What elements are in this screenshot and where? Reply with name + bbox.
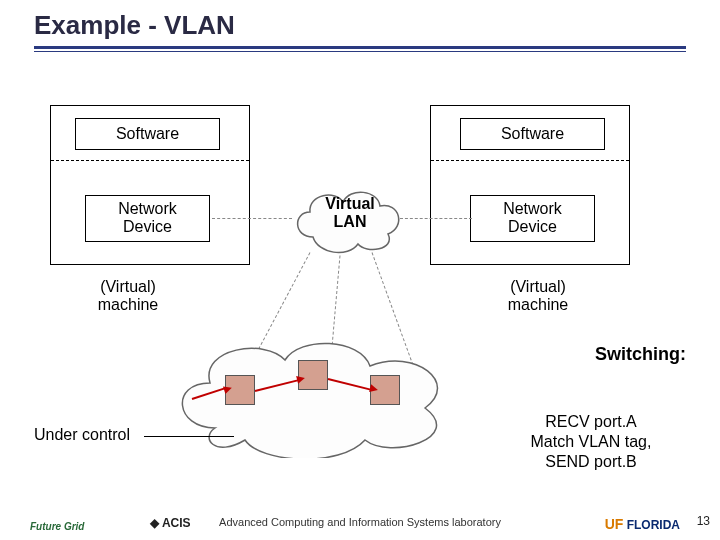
under-control-label: Under control	[34, 426, 130, 444]
acis-logo-text: ACIS	[162, 516, 191, 530]
vlan-cloud-label: Virtual LAN	[300, 195, 400, 232]
divider	[51, 160, 249, 161]
switching-body: RECV port.A Match VLAN tag, SEND port.B	[496, 412, 686, 472]
future-grid-logo: Future Grid	[30, 521, 84, 532]
page-number: 13	[697, 514, 710, 528]
left-network-device-box: Network Device	[85, 195, 210, 242]
uf-name: FLORIDA	[627, 518, 680, 532]
left-software-box: Software	[75, 118, 220, 150]
slide-title: Example - VLAN	[34, 10, 235, 41]
acis-logo: ◆ ACIS	[150, 516, 191, 530]
connector-left-nd-to-vlan	[212, 218, 292, 219]
title-underline	[34, 46, 686, 49]
uf-logo: UF FLORIDA	[605, 516, 680, 532]
under-control-pointer	[144, 436, 234, 437]
left-machine-caption: (Virtual) machine	[68, 278, 188, 315]
uf-mark: UF	[605, 516, 624, 532]
switching-heading: Switching:	[595, 344, 686, 365]
title-underline-thin	[34, 51, 686, 52]
divider	[431, 160, 629, 161]
connector-right-nd-to-vlan	[400, 218, 472, 219]
right-network-device-box: Network Device	[470, 195, 595, 242]
right-software-box: Software	[460, 118, 605, 150]
right-machine-caption: (Virtual) machine	[478, 278, 598, 315]
